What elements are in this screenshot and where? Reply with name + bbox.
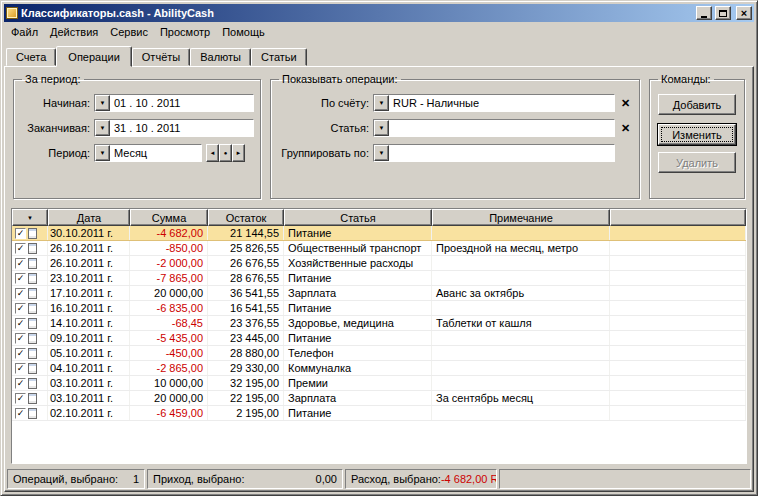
row-checkbox[interactable]: ✓ xyxy=(15,408,26,419)
table-row[interactable]: ✓ 23.10.2011 г. -7 865,00 28 676,55 Пита… xyxy=(12,271,746,286)
row-balance: 36 541,55 xyxy=(208,286,284,300)
table-row[interactable]: ✓ 17.10.2011 г. 20 000,00 36 541,55 Зарп… xyxy=(12,286,746,301)
row-filler xyxy=(610,406,746,420)
groupby-select[interactable]: ▼ xyxy=(373,144,615,162)
close-button[interactable]: × xyxy=(736,6,752,20)
row-date: 23.10.2011 г. xyxy=(48,271,130,285)
period-select[interactable]: ▼ Месяц xyxy=(94,144,202,162)
row-amount: -5 435,00 xyxy=(130,331,208,345)
window-title: Классификаторы.cash - AbilityCash xyxy=(21,7,693,19)
table-row[interactable]: ✓ 02.10.2011 г. -6 459,00 2 195,00 Питан… xyxy=(12,406,746,421)
account-select[interactable]: ▼ RUR - Наличные xyxy=(373,94,615,112)
row-filler xyxy=(610,226,746,240)
row-checkbox[interactable]: ✓ xyxy=(15,243,26,254)
table-row[interactable]: ✓ 03.10.2011 г. 20 000,00 22 195,00 Зарп… xyxy=(12,391,746,406)
header-note[interactable]: Примечание xyxy=(432,209,610,226)
start-date-field[interactable]: ▼ 01 . 10 . 2011 xyxy=(94,94,254,112)
groupby-dropdown-icon[interactable]: ▼ xyxy=(374,145,389,161)
table-row[interactable]: ✓ 26.10.2011 г. -850,00 25 826,55 Общест… xyxy=(12,241,746,256)
row-checkbox[interactable]: ✓ xyxy=(15,303,26,314)
header-date[interactable]: Дата xyxy=(48,209,130,226)
tab-reports[interactable]: Отчёты xyxy=(132,48,190,66)
header-balance[interactable]: Остаток xyxy=(208,209,284,226)
row-date: 16.10.2011 г. xyxy=(48,301,130,315)
period-group: За период: Начиная: ▼ 01 . 10 . 2011 Зак… xyxy=(13,73,261,199)
period-group-title: За период: xyxy=(22,73,84,85)
start-date-label: Начиная: xyxy=(20,97,90,109)
row-note xyxy=(432,331,610,345)
end-date-field[interactable]: ▼ 31 . 10 . 2011 xyxy=(94,119,254,137)
period-today-button[interactable]: ● xyxy=(219,144,232,162)
row-checkbox[interactable]: ✓ xyxy=(15,348,26,359)
minimize-button[interactable] xyxy=(696,6,712,20)
operations-table: ▼ Дата Сумма Остаток Статья Примечание ✓… xyxy=(11,208,747,464)
row-balance: 25 826,55 xyxy=(208,241,284,255)
row-note xyxy=(432,406,610,420)
menu-help[interactable]: Помощь xyxy=(216,23,271,41)
end-date-dropdown-icon[interactable]: ▼ xyxy=(95,120,110,136)
row-filler xyxy=(610,331,746,345)
row-checkbox[interactable]: ✓ xyxy=(15,318,26,329)
table-row[interactable]: ✓ 05.10.2011 г. -450,00 28 880,00 Телефо… xyxy=(12,346,746,361)
header-article[interactable]: Статья xyxy=(284,209,432,226)
header-amount[interactable]: Сумма xyxy=(130,209,208,226)
menu-view[interactable]: Просмотр xyxy=(154,23,216,41)
row-checkbox[interactable]: ✓ xyxy=(15,378,26,389)
menu-service[interactable]: Сервис xyxy=(104,23,154,41)
tab-currencies[interactable]: Валюты xyxy=(190,48,251,66)
status-operations-label: Операций, выбрано: xyxy=(13,473,118,485)
period-dropdown-icon[interactable]: ▼ xyxy=(95,145,110,161)
add-button[interactable]: Добавить xyxy=(658,94,736,115)
row-date: 05.10.2011 г. xyxy=(48,346,130,360)
row-article: Зарплата xyxy=(284,391,432,405)
header-filter-arrow-icon[interactable]: ▼ xyxy=(12,209,48,226)
maximize-button[interactable] xyxy=(715,6,731,20)
row-checkbox[interactable]: ✓ xyxy=(15,228,26,239)
table-row[interactable]: ✓ 14.10.2011 г. -68,45 23 376,55 Здоровь… xyxy=(12,316,746,331)
period-prev-button[interactable]: ◄ xyxy=(206,144,219,162)
article-select[interactable]: ▼ xyxy=(373,119,615,137)
row-checkbox[interactable]: ✓ xyxy=(15,273,26,284)
tab-categories[interactable]: Статьи xyxy=(251,48,307,66)
row-balance: 23 376,55 xyxy=(208,316,284,330)
account-dropdown-icon[interactable]: ▼ xyxy=(374,95,389,111)
table-row[interactable]: ✓ 30.10.2011 г. -4 682,00 21 144,55 Пита… xyxy=(12,226,746,241)
row-balance: 2 195,00 xyxy=(208,406,284,420)
article-dropdown-icon[interactable]: ▼ xyxy=(374,120,389,136)
app-window: Классификаторы.cash - AbilityCash × Файл… xyxy=(0,0,758,496)
row-checkbox[interactable]: ✓ xyxy=(15,393,26,404)
row-selector-cell: ✓ xyxy=(12,226,48,240)
row-note xyxy=(432,226,610,240)
tab-accounts[interactable]: Счета xyxy=(6,48,56,66)
table-row[interactable]: ✓ 09.10.2011 г. -5 435,00 23 445,00 Пита… xyxy=(12,331,746,346)
table-row[interactable]: ✓ 16.10.2011 г. -6 835,00 16 541,55 Пита… xyxy=(12,301,746,316)
row-date: 30.10.2011 г. xyxy=(48,226,130,240)
status-expense-label: Расход, выбрано: xyxy=(351,473,441,485)
row-checkbox[interactable]: ✓ xyxy=(15,363,26,374)
edit-button[interactable]: Изменить xyxy=(658,124,736,145)
menu-file[interactable]: Файл xyxy=(5,23,44,41)
row-date: 09.10.2011 г. xyxy=(48,331,130,345)
row-amount: -2 865,00 xyxy=(130,361,208,375)
row-date: 04.10.2011 г. xyxy=(48,361,130,375)
period-label: Период: xyxy=(20,147,90,159)
row-article: Питание xyxy=(284,271,432,285)
operation-document-icon xyxy=(28,303,37,314)
start-date-dropdown-icon[interactable]: ▼ xyxy=(95,95,110,111)
menu-actions[interactable]: Действия xyxy=(44,23,104,41)
row-filler xyxy=(610,286,746,300)
tab-operations[interactable]: Операции xyxy=(56,46,131,67)
delete-button: Удалить xyxy=(658,152,736,173)
period-next-button[interactable]: ► xyxy=(232,144,245,162)
row-selector-cell: ✓ xyxy=(12,316,48,330)
article-clear-button[interactable]: ✕ xyxy=(618,120,633,136)
table-row[interactable]: ✓ 26.10.2011 г. -2 000,00 26 676,55 Хозя… xyxy=(12,256,746,271)
table-row[interactable]: ✓ 04.10.2011 г. -2 865,00 29 330,00 Комм… xyxy=(12,361,746,376)
row-checkbox[interactable]: ✓ xyxy=(15,288,26,299)
table-row[interactable]: ✓ 03.10.2011 г. 10 000,00 32 195,00 Прем… xyxy=(12,376,746,391)
row-date: 26.10.2011 г. xyxy=(48,241,130,255)
row-filler xyxy=(610,361,746,375)
row-checkbox[interactable]: ✓ xyxy=(15,258,26,269)
account-clear-button[interactable]: ✕ xyxy=(618,95,633,111)
row-checkbox[interactable]: ✓ xyxy=(15,333,26,344)
